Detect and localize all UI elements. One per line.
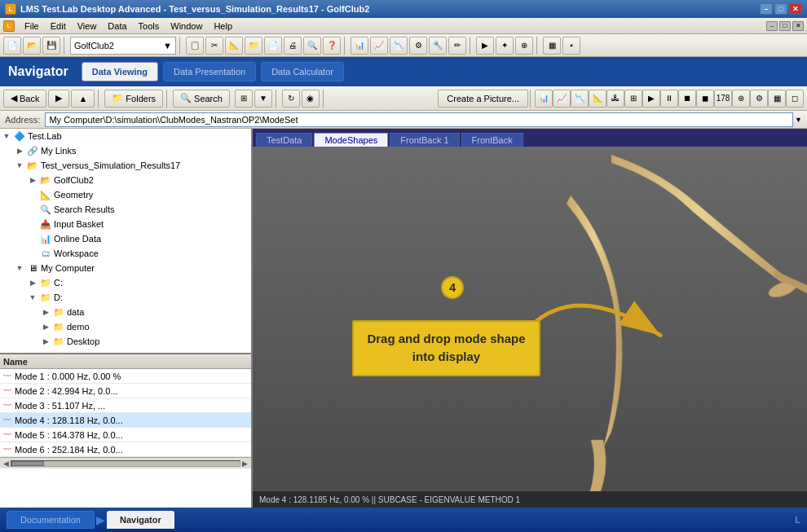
menu-maximize[interactable]: □ (779, 21, 791, 31)
expander-data[interactable]: ▶ (39, 308, 52, 316)
tb-btn11[interactable]: 📉 (390, 37, 408, 55)
file-item-mode3[interactable]: 〰 Mode 3 : 51.107 Hz, ... (0, 398, 251, 413)
tree-item-demo[interactable]: ▶ 📁 demo (0, 319, 251, 334)
disp-tb14[interactable]: ▦ (768, 90, 786, 108)
tab-frontback[interactable]: FrontBack (461, 133, 523, 147)
search-button[interactable]: 🔍 Search (173, 90, 230, 108)
back-button[interactable]: ◀ Back (3, 90, 46, 108)
scroll-left-arrow[interactable]: ◀ (3, 459, 9, 468)
tb-btn15[interactable]: ▶ (476, 37, 494, 55)
refresh-button[interactable]: ↻ (282, 90, 300, 108)
tab-data-presentation[interactable]: Data Presentation (163, 62, 256, 81)
tree-item-golfclub2[interactable]: ▶ 📂 GolfClub2 (0, 173, 251, 187)
disp-tb2[interactable]: 📈 (553, 90, 571, 108)
expander-desktop[interactable]: ▶ (39, 337, 52, 345)
menu-close[interactable]: ✕ (792, 21, 804, 31)
disp-tb12[interactable]: ⊛ (732, 90, 750, 108)
tree-item-drive-c[interactable]: ▶ 📁 C: (0, 275, 251, 290)
expander-golfclub2[interactable]: ▶ (26, 176, 39, 184)
bottom-tab-documentation[interactable]: Documentation (7, 511, 95, 529)
expander-drive-c[interactable]: ▶ (26, 279, 39, 287)
tab-testdata[interactable]: TestData (256, 133, 312, 147)
disp-tb3[interactable]: 📉 (571, 90, 589, 108)
maximize-button[interactable]: □ (774, 3, 787, 15)
tree-item-mylinks[interactable]: ▶ 🔗 My Links (0, 143, 251, 158)
tree-item-desktop[interactable]: ▶ 📁 Desktop (0, 334, 251, 349)
tree-item-mycomputer[interactable]: ▼ 🖥 My Computer (0, 261, 251, 275)
save-button[interactable]: 💾 (42, 37, 60, 55)
grid-view-button[interactable]: ⊞ (235, 90, 253, 108)
tb-btn16[interactable]: ✦ (496, 37, 514, 55)
tree-item-geometry[interactable]: 📐 Geometry (0, 187, 251, 202)
expander-testlab[interactable]: ▼ (0, 132, 13, 140)
tb-btn18[interactable]: ▦ (543, 37, 561, 55)
scroll-thumb[interactable] (11, 461, 44, 466)
tb-btn5[interactable]: 📄 (264, 37, 282, 55)
close-button[interactable]: ✕ (789, 3, 802, 15)
tb-btn12[interactable]: ⚙ (409, 37, 427, 55)
folders-button[interactable]: 📁 Folders (104, 90, 163, 108)
tb-btn6[interactable]: 🖨 (284, 37, 302, 55)
filter-button[interactable]: ◉ (302, 90, 320, 108)
view-toggle[interactable]: ▼ (254, 90, 272, 108)
tree-item-testlab[interactable]: ▼ 🔷 Test.Lab (0, 129, 251, 143)
project-dropdown[interactable]: GolfClub2 ▼ (70, 37, 176, 55)
disp-tb15[interactable]: ◻ (786, 90, 804, 108)
menu-minimize[interactable]: – (766, 21, 778, 31)
tb-btn9[interactable]: 📊 (351, 37, 368, 55)
disp-tb10[interactable]: ◼ (696, 90, 714, 108)
tree-item-testvssim[interactable]: ▼ 📂 Test_versus_Simulation_Results17 (0, 158, 251, 173)
open-button[interactable]: 📂 (23, 37, 41, 55)
tb-btn8[interactable]: ❓ (323, 37, 341, 55)
menu-file[interactable]: File (20, 20, 44, 32)
menu-edit[interactable]: Edit (46, 20, 71, 32)
disp-tb9[interactable]: ⏹ (678, 90, 696, 108)
menu-view[interactable]: View (73, 20, 102, 32)
tree-item-onlinedata[interactable]: 📊 Online Data (0, 231, 251, 246)
file-item-mode1[interactable]: 〰 Mode 1 : 0.000 Hz, 0.00 % (0, 369, 251, 384)
scroll-track[interactable] (11, 460, 240, 467)
menu-window[interactable]: Window (165, 20, 207, 32)
tb-btn7[interactable]: 🔍 (303, 37, 321, 55)
up-button[interactable]: ▲ (71, 90, 95, 108)
expander-mycomputer[interactable]: ▼ (13, 264, 26, 272)
menu-help[interactable]: Help (209, 20, 237, 32)
bottom-tab-navigator[interactable]: Navigator (107, 511, 174, 529)
expander-demo[interactable]: ▶ (39, 323, 52, 331)
disp-tb8[interactable]: ⏸ (660, 90, 678, 108)
tree-item-inputbasket[interactable]: 📥 Input Basket (0, 217, 251, 231)
tab-data-viewing[interactable]: Data Viewing (82, 62, 158, 81)
minimize-button[interactable]: – (760, 3, 773, 15)
tb-btn4[interactable]: 📁 (245, 37, 262, 55)
expander-testvssim[interactable]: ▼ (13, 161, 26, 169)
tb-btn19[interactable]: ▪ (562, 37, 580, 55)
expander-drive-d[interactable]: ▼ (26, 293, 39, 301)
new-button[interactable]: 📄 (3, 37, 21, 55)
create-picture-button[interactable]: Create a Picture... (438, 90, 528, 108)
scroll-right-arrow[interactable]: ▶ (242, 459, 248, 468)
disp-tb1[interactable]: 📊 (535, 90, 553, 108)
tab-modeshapes[interactable]: ModeShapes (314, 133, 388, 147)
file-item-mode4[interactable]: 〰 Mode 4 : 128.118 Hz, 0.0... (0, 413, 251, 428)
file-item-mode5[interactable]: 〰 Mode 5 : 164.378 Hz, 0.0... (0, 428, 251, 442)
tree-item-drive-d[interactable]: ▼ 📁 D: (0, 290, 251, 305)
file-item-mode6[interactable]: 〰 Mode 6 : 252.184 Hz, 0.0... (0, 442, 251, 457)
menu-tools[interactable]: Tools (134, 20, 165, 32)
tb-btn2[interactable]: ✂ (205, 37, 223, 55)
forward-button[interactable]: ▶ (48, 90, 69, 108)
expander-mylinks[interactable]: ▶ (13, 147, 26, 155)
tab-frontback1[interactable]: FrontBack 1 (390, 133, 459, 147)
disp-tb7[interactable]: ▶ (642, 90, 660, 108)
tb-btn10[interactable]: 📈 (370, 37, 388, 55)
menu-data[interactable]: Data (103, 20, 131, 32)
tree-item-searchresults[interactable]: 🔍 Search Results (0, 202, 251, 217)
address-input[interactable] (45, 112, 793, 127)
tb-btn17[interactable]: ⊕ (515, 37, 533, 55)
tb-btn13[interactable]: 🔧 (429, 37, 447, 55)
tb-btn14[interactable]: ✏ (448, 37, 466, 55)
disp-tb5[interactable]: 🖧 (606, 90, 624, 108)
disp-tb6[interactable]: ⊞ (624, 90, 642, 108)
tree-item-data[interactable]: ▶ 📁 data (0, 305, 251, 319)
address-dropdown-arrow[interactable]: ▼ (795, 116, 802, 124)
disp-tb13[interactable]: ⚙ (750, 90, 768, 108)
